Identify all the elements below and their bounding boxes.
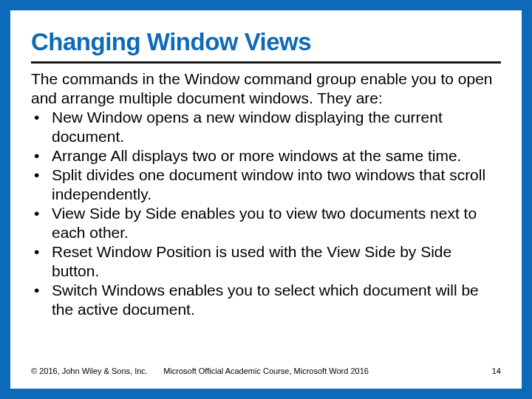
slide: Changing Window Views The commands in th… — [10, 10, 522, 389]
footer: © 2016, John Wiley & Sons, Inc. Microsof… — [31, 366, 501, 375]
list-item: New Window opens a new window displaying… — [31, 108, 501, 146]
bullet-list: New Window opens a new window displaying… — [31, 108, 501, 319]
footer-copyright: © 2016, John Wiley & Sons, Inc. — [31, 366, 148, 375]
title-divider — [31, 61, 501, 64]
slide-title: Changing Window Views — [31, 30, 501, 55]
content-area: The commands in the Window command group… — [31, 69, 501, 362]
list-item: Arrange All displays two or more windows… — [31, 146, 501, 166]
footer-course: Microsoft Official Academic Course, Micr… — [163, 366, 369, 375]
list-item: Split divides one document window into t… — [31, 166, 501, 204]
footer-page-number: 14 — [492, 366, 501, 375]
list-item: Switch Windows enables you to select whi… — [31, 281, 501, 319]
list-item: Reset Window Position is used with the V… — [31, 242, 501, 281]
intro-text: The commands in the Window command group… — [31, 69, 501, 108]
list-item: View Side by Side enables you to view tw… — [31, 204, 501, 242]
